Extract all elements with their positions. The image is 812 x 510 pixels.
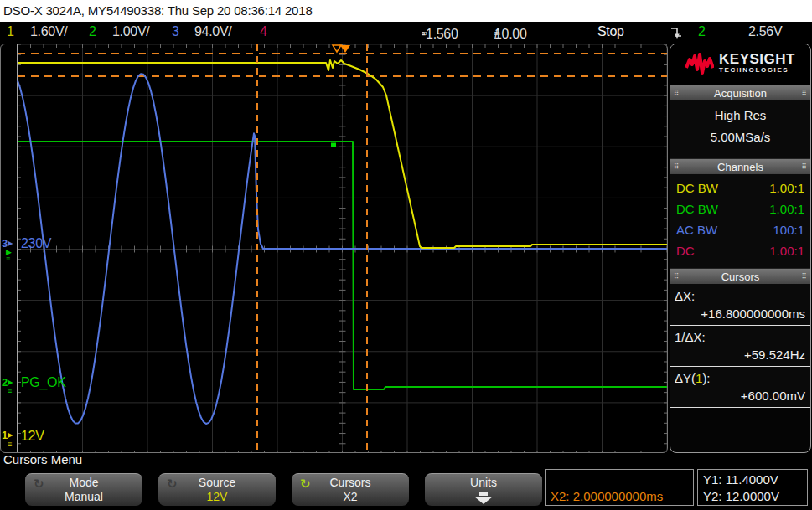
acquisition-section-header[interactable]: ⠿ Acquisition ⠿ xyxy=(670,85,810,100)
softkey-mode[interactable]: ↻ Mode Manual xyxy=(25,473,142,506)
inv-delta-x-value: +59.524Hz xyxy=(670,346,810,365)
ch2-marker-arrow-icon: ▶ xyxy=(8,379,13,386)
delta-x-label: ΔX: xyxy=(670,286,810,305)
time-ref-marker[interactable] xyxy=(333,45,341,52)
acquisition-info: High Res 5.00MSa/s xyxy=(670,100,810,158)
brand-name: KEYSIGHT xyxy=(719,54,795,64)
trigger-level-marker[interactable]: ▶≡ xyxy=(6,249,12,262)
divider xyxy=(670,325,810,326)
grip-dots-icon: ⠿ xyxy=(801,163,807,171)
ch1-trace-label: 12V xyxy=(21,429,44,444)
softkey-value: X2 xyxy=(292,490,409,503)
softkey-value: Manual xyxy=(25,490,142,503)
channels-section-header[interactable]: ⠿ Channels ⠿ xyxy=(670,158,810,174)
ch1-marker-arrow-icon: ▶ xyxy=(8,431,13,439)
x1-readout: X1: -14.800000000ms xyxy=(551,471,688,488)
grip-dots-icon: ⠿ xyxy=(674,163,680,171)
y1-readout: Y1: 11.4000V xyxy=(703,471,802,488)
divider xyxy=(670,407,810,408)
softkey-units[interactable]: Units xyxy=(425,473,542,506)
ch1-status-number[interactable]: 1 xyxy=(7,24,14,39)
brand-sub: TECHNOLOGIES xyxy=(719,64,795,75)
softkey-cursors[interactable]: ↻ Cursors X2 xyxy=(292,473,409,506)
ch2-coupling-row: DC BW1.00:1 xyxy=(670,198,810,219)
ch1-scale[interactable]: 1.60V/ xyxy=(30,24,67,39)
inv-delta-x-label: 1/ΔX: xyxy=(670,327,810,346)
oscilloscope-screen: DSO-X 3024A, MY54490338: Thu Sep 20 08:3… xyxy=(0,0,812,510)
status-bar: 1 1.60V/ 2 1.00V/ 3 94.0V/ 4 -1.560ms 10… xyxy=(0,22,812,44)
instrument-id-text: DSO-X 3024A, MY54490338: Thu Sep 20 08:3… xyxy=(3,3,313,18)
ch3-trace-label: 230V xyxy=(21,236,51,251)
trigger-level[interactable]: 2.56V xyxy=(748,24,782,39)
instrument-title-bar: DSO-X 3024A, MY54490338: Thu Sep 20 08:3… xyxy=(0,0,812,22)
trigger-time-marker[interactable] xyxy=(340,45,350,53)
down-arrow-icon xyxy=(479,492,488,496)
grip-dots-icon: ⠿ xyxy=(674,273,680,281)
waveform-display: 3▶ ▶≡ 230V 2▶ ≡ PG_OK 1▶ ≡ 12V xyxy=(0,44,668,453)
grip-dots-icon: ⠿ xyxy=(674,90,680,97)
y-cursor-readout: Y1: 11.4000V Y2: 12.0000V xyxy=(697,469,808,506)
menu-title: Cursors Menu xyxy=(3,452,82,466)
delay-value: -1.560 xyxy=(422,27,458,42)
run-state[interactable]: Stop xyxy=(597,24,624,39)
channels-info: DC BW1.00:1 DC BW1.00:1 AC BW100:1 DC1.0… xyxy=(670,174,810,268)
softkey-value: 12V xyxy=(158,490,276,503)
delta-y-value: +600.00mV xyxy=(670,387,810,406)
delta-y-label: ΔY(1): xyxy=(670,368,810,387)
ch4-status-number[interactable]: 4 xyxy=(260,24,267,39)
x2-readout: X2: 2.000000000ms xyxy=(551,488,688,505)
cursors-title: Cursors xyxy=(721,270,760,283)
cursors-info: ΔX: +16.800000000ms 1/ΔX: +59.524Hz ΔY(1… xyxy=(670,284,810,408)
divider xyxy=(670,366,810,367)
grip-dots-icon: ⠿ xyxy=(801,90,807,97)
trigger-source[interactable]: 2 xyxy=(698,24,706,39)
cursors-section-header[interactable]: ⠿ Cursors ⠿ xyxy=(670,268,810,284)
y2-readout: Y2: 12.0000V xyxy=(703,488,802,505)
ch3-marker-arrow-icon: ▶ xyxy=(8,240,13,247)
ch1-ground-symbol-icon: ≡ xyxy=(8,440,12,447)
down-arrow-icon xyxy=(474,497,493,504)
ch1-coupling-row: DC BW1.00:1 xyxy=(670,178,810,198)
softkey-source[interactable]: ↻ Source 12V xyxy=(158,473,276,506)
graticule-canvas xyxy=(1,44,667,452)
sample-rate: 5.00MSa/s xyxy=(670,126,810,148)
ch3-coupling-row: AC BW100:1 xyxy=(670,219,810,240)
acquisition-title: Acquisition xyxy=(714,87,767,100)
cycle-icon: ↻ xyxy=(34,477,44,492)
sidebar-info-panel: KEYSIGHT TECHNOLOGIES ⠿ Acquisition ⠿ Hi… xyxy=(670,44,811,453)
ch4-coupling-row: DC1.00:1 xyxy=(670,240,810,261)
x-cursor-readout: X1: -14.800000000ms X2: 2.000000000ms xyxy=(545,469,694,506)
cycle-icon: ↻ xyxy=(300,477,311,492)
ch3-status-number[interactable]: 3 xyxy=(172,24,179,39)
channels-title: Channels xyxy=(717,161,763,173)
cycle-icon: ↻ xyxy=(167,477,178,492)
ch2-status-number[interactable]: 2 xyxy=(89,24,96,39)
ch2-ground-symbol-icon: ≡ xyxy=(8,388,12,394)
keysight-waveform-icon xyxy=(685,53,714,76)
grip-dots-icon: ⠿ xyxy=(801,273,807,281)
delta-x-value: +16.800000000ms xyxy=(670,305,810,324)
keysight-logo: KEYSIGHT TECHNOLOGIES xyxy=(670,44,810,85)
falling-edge-trigger-icon xyxy=(670,25,684,43)
ch3-scale[interactable]: 94.0V/ xyxy=(194,24,231,39)
ch2-scale[interactable]: 1.00V/ xyxy=(112,24,149,39)
acquisition-mode: High Res xyxy=(670,105,810,126)
softkey-label: Units xyxy=(425,476,542,490)
ch2-trace-label: PG_OK xyxy=(21,375,66,390)
